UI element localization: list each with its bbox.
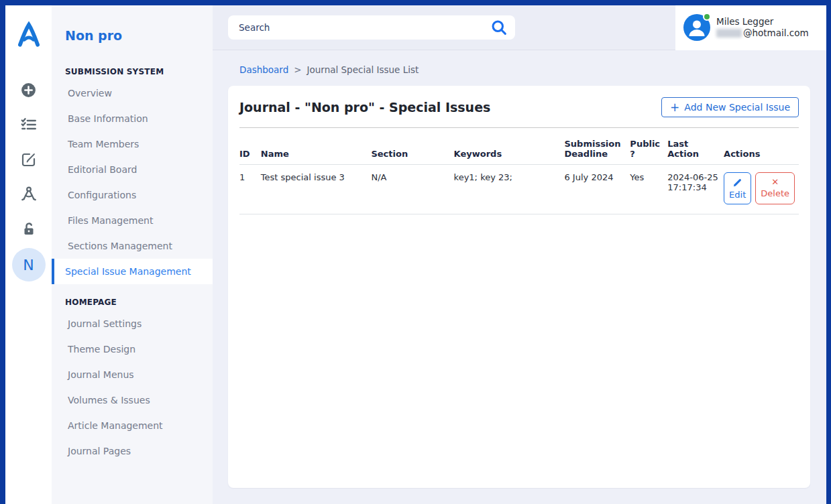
avatar [683,14,710,41]
sidebar-item-base-information[interactable]: Base Information [52,106,213,131]
cell-public: Yes [630,165,667,214]
plus-icon: + [670,102,679,113]
cell-section: N/A [371,165,453,214]
top-bar: Miles Legger @hotmail.com [213,5,826,50]
sidebar-item-files-management[interactable]: Files Management [52,208,213,233]
sidebar-item-configurations[interactable]: Configurations [52,182,213,208]
user-menu[interactable]: Miles Legger @hotmail.com [675,5,826,50]
rail-icon-list: N [11,72,46,281]
journal-name: Non pro [52,25,213,46]
special-issues-table: ID Name Section Keywords Submission Dead… [239,136,799,214]
add-new-special-issue-button[interactable]: + Add New Special Issue [661,97,799,117]
cell-keywords: key1; key 23; [454,165,565,214]
icon-rail: N [5,5,52,504]
breadcrumb-separator: > [294,64,301,75]
edit-button-label: Edit [729,190,746,200]
sidebar-item-editorial-board[interactable]: Editorial Board [52,157,213,182]
col-header-last-action: Last Action [667,136,724,165]
col-header-keywords: Keywords [454,136,565,165]
breadcrumb: Dashboard > Journal Special Issue List [228,50,810,75]
edit-button[interactable]: Edit [724,172,751,204]
sidebar-item-overview[interactable]: Overview [52,80,213,106]
user-name: Miles Legger [716,16,809,27]
breadcrumb-dashboard-link[interactable]: Dashboard [239,64,288,75]
table-header-row: ID Name Section Keywords Submission Dead… [239,136,799,165]
col-header-section: Section [371,136,453,165]
col-header-public: Public ? [630,136,667,165]
col-header-id: ID [239,136,261,165]
main-area: Miles Legger @hotmail.com Dashboard > Jo… [213,5,826,504]
sidebar-item-theme-design[interactable]: Theme Design [52,336,213,362]
online-status-dot [703,13,711,21]
journal-avatar[interactable]: N [12,248,46,281]
app-logo-icon[interactable] [13,20,44,50]
add-button-label: Add New Special Issue [684,102,790,113]
table-row: 1 Test special issue 3 N/A key1; key 23;… [239,165,799,214]
x-icon: ✕ [771,178,779,186]
col-header-submission-deadline: Submission Deadline [564,136,630,165]
sidebar-section-homepage: HOMEPAGE [52,298,213,307]
app-window: N Non pro SUBMISSION SYSTEM Overview Bas… [5,5,826,504]
search-input[interactable] [239,22,490,33]
sidebar-item-sections-management[interactable]: Sections Management [52,233,213,259]
unlock-icon[interactable] [11,212,46,247]
sidebar-item-journal-menus[interactable]: Journal Menus [52,362,213,387]
email-redacted-block [716,29,742,38]
user-email: @hotmail.com [716,27,809,39]
delete-button[interactable]: ✕ Delete [755,172,795,204]
title-divider [239,127,799,128]
journal-avatar-letter: N [23,257,34,273]
plus-circle-icon[interactable] [11,72,46,107]
special-issues-card: Journal - "Non pro" - Special Issues + A… [228,86,810,488]
sidebar: Non pro SUBMISSION SYSTEM Overview Base … [52,5,213,504]
sidebar-item-special-issue-management[interactable]: Special Issue Management [52,259,213,284]
checklist-icon[interactable] [11,107,46,142]
sidebar-item-journal-settings[interactable]: Journal Settings [52,311,213,336]
col-header-actions: Actions [724,136,799,165]
col-header-name: Name [261,136,372,165]
cell-id: 1 [239,165,261,214]
search-icon[interactable] [490,18,508,37]
card-header: Journal - "Non pro" - Special Issues + A… [239,97,799,117]
email-domain: @hotmail.com [743,27,809,39]
cell-name: Test special issue 3 [261,165,372,214]
content-area: Dashboard > Journal Special Issue List J… [213,50,826,504]
delete-button-label: Delete [761,188,789,198]
sidebar-item-journal-pages[interactable]: Journal Pages [52,438,213,464]
sidebar-item-article-management[interactable]: Article Management [52,413,213,438]
sidebar-section-submission-system: SUBMISSION SYSTEM [52,67,213,76]
cell-actions: Edit ✕ Delete [724,165,799,214]
search-box[interactable] [228,15,515,40]
drafting-compass-icon[interactable] [11,177,46,212]
user-info: Miles Legger @hotmail.com [716,16,809,39]
pen-square-icon[interactable] [11,142,46,177]
sidebar-item-team-members[interactable]: Team Members [52,131,213,157]
cell-last-action: 2024-06-25 17:17:34 [667,165,724,214]
breadcrumb-current: Journal Special Issue List [307,64,419,75]
sidebar-item-volumes-issues[interactable]: Volumes & Issues [52,387,213,413]
pencil-icon [732,178,742,188]
cell-submission-deadline: 6 July 2024 [564,165,630,214]
page-title: Journal - "Non pro" - Special Issues [239,100,490,115]
